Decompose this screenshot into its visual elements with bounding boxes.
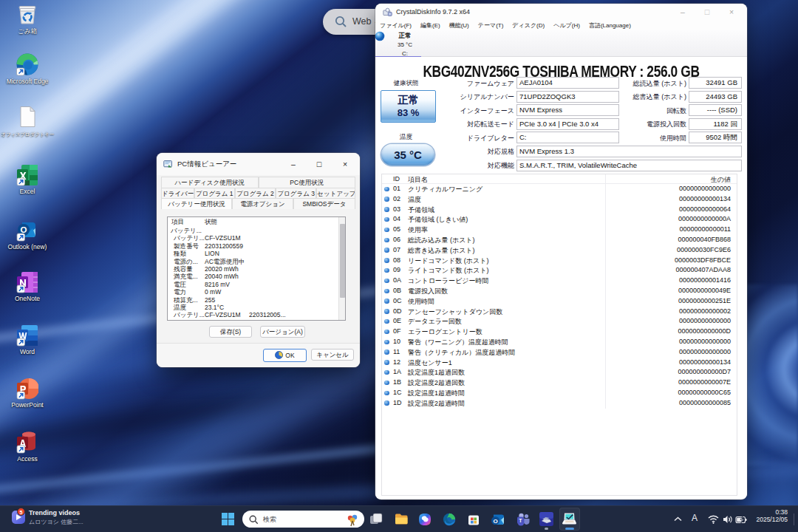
svg-text:O: O (21, 225, 27, 234)
svg-text:O: O (493, 518, 497, 525)
svg-text:T: T (519, 518, 522, 523)
